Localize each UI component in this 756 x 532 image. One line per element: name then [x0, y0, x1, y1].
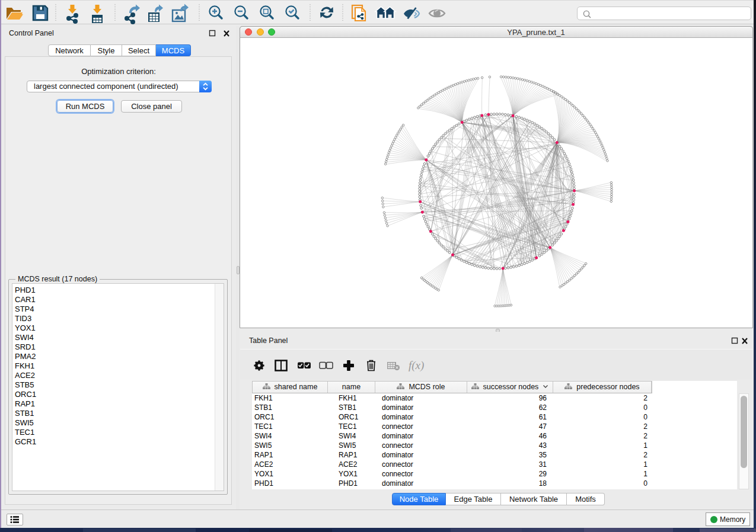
svg-text:f(x): f(x)	[409, 359, 424, 372]
